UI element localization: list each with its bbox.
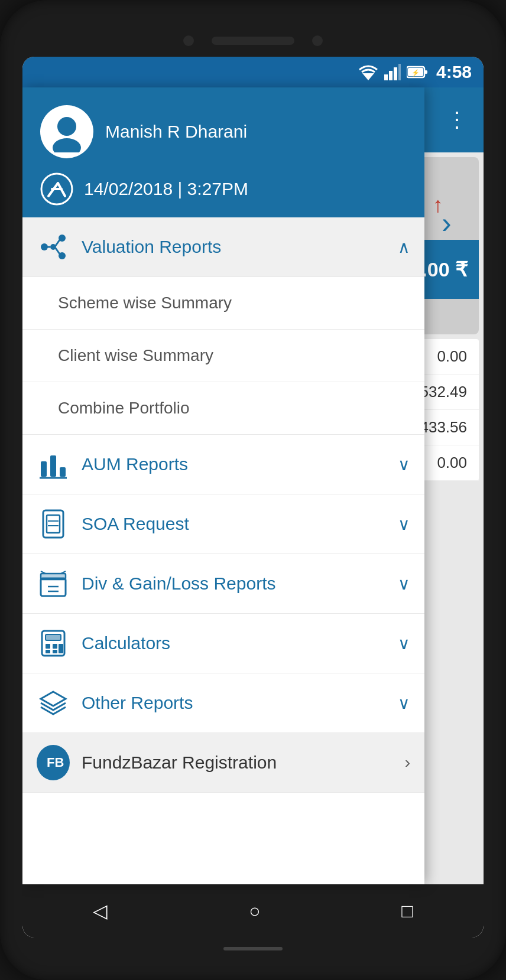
back-button[interactable]: ◁ bbox=[93, 900, 108, 922]
soa-request-item[interactable]: SOA Request ∨ bbox=[22, 494, 424, 554]
battery-icon: ⚡ bbox=[407, 65, 428, 79]
svg-point-17 bbox=[41, 243, 48, 250]
camera-dot bbox=[183, 35, 194, 46]
home-button[interactable]: ○ bbox=[249, 900, 260, 922]
datetime-icon bbox=[40, 172, 73, 206]
fundzbazar-section: FB FundzBazar Registration › bbox=[22, 733, 424, 793]
svg-rect-43 bbox=[53, 644, 57, 649]
menu-list: Valuation Reports ∧ Scheme wise Summary … bbox=[22, 217, 424, 884]
signal-icon bbox=[384, 64, 401, 80]
phone-bottom-bar bbox=[22, 947, 484, 950]
phone-top-bar bbox=[22, 35, 484, 46]
valuation-reports-item[interactable]: Valuation Reports ∧ bbox=[22, 217, 424, 276]
svg-text:FB: FB bbox=[47, 755, 64, 770]
svg-marker-0 bbox=[362, 73, 374, 80]
recent-button[interactable]: □ bbox=[401, 900, 413, 922]
fundzbazar-label: FundzBazar Registration bbox=[82, 753, 405, 773]
aum-reports-section: AUM Reports ∨ bbox=[22, 435, 424, 494]
svg-rect-47 bbox=[59, 644, 63, 653]
svg-rect-25 bbox=[50, 455, 56, 477]
status-bar: ⚡ 4:58 bbox=[22, 57, 484, 87]
document-icon bbox=[37, 507, 70, 541]
front-sensor bbox=[312, 35, 323, 46]
soa-request-chevron: ∨ bbox=[398, 515, 410, 534]
svg-rect-4 bbox=[398, 64, 401, 80]
side-drawer: Manish R Dharani 14/02/2018 | 3:27PM bbox=[22, 87, 424, 884]
soa-request-label: SOA Request bbox=[82, 514, 398, 534]
fundzbazar-chevron: › bbox=[405, 753, 410, 772]
valuation-reports-submenu: Scheme wise Summary Client wise Summary … bbox=[22, 276, 424, 434]
combine-portfolio-item[interactable]: Combine Portfolio bbox=[22, 382, 424, 434]
wifi-icon bbox=[358, 64, 378, 80]
user-avatar-icon bbox=[46, 111, 87, 152]
avatar bbox=[40, 105, 93, 158]
status-icons: ⚡ 4:58 bbox=[358, 62, 472, 82]
right-arrow-icon: › bbox=[439, 204, 468, 240]
phone-frame: ⚡ 4:58 ⋮ g CAGR .71 ↑ 907.00 ₹ bbox=[0, 0, 506, 980]
svg-marker-48 bbox=[41, 692, 66, 706]
svg-rect-2 bbox=[389, 71, 393, 80]
svg-text:⚡: ⚡ bbox=[411, 69, 420, 77]
calculators-chevron: ∨ bbox=[398, 634, 410, 653]
scheme-wise-summary-item[interactable]: Scheme wise Summary bbox=[22, 276, 424, 329]
network-icon bbox=[37, 230, 70, 263]
svg-rect-45 bbox=[46, 650, 50, 653]
user-name: Manish R Dharani bbox=[105, 122, 247, 142]
calculators-label: Calculators bbox=[82, 633, 398, 653]
bar-chart-icon bbox=[37, 448, 70, 481]
svg-rect-3 bbox=[394, 67, 397, 80]
home-indicator bbox=[223, 947, 283, 950]
svg-rect-46 bbox=[53, 650, 57, 653]
svg-line-23 bbox=[56, 248, 60, 254]
svg-rect-29 bbox=[47, 515, 60, 533]
aum-reports-chevron: ∨ bbox=[398, 455, 410, 474]
bottom-nav: ◁ ○ □ bbox=[22, 884, 484, 937]
other-reports-label: Other Reports bbox=[82, 693, 398, 713]
user-row: Manish R Dharani bbox=[40, 105, 407, 158]
main-content: ⋮ g CAGR .71 ↑ 907.00 ₹ ₹ › bbox=[22, 87, 484, 884]
svg-rect-33 bbox=[41, 574, 66, 579]
svg-point-11 bbox=[57, 117, 76, 136]
screen: ⚡ 4:58 ⋮ g CAGR .71 ↑ 907.00 ₹ bbox=[22, 57, 484, 937]
three-dots-menu[interactable]: ⋮ bbox=[446, 109, 469, 131]
svg-rect-42 bbox=[46, 644, 50, 649]
div-gain-loss-item[interactable]: Div & Gain/Loss Reports ∨ bbox=[22, 554, 424, 613]
valuation-reports-section: Valuation Reports ∧ Scheme wise Summary … bbox=[22, 217, 424, 435]
datetime-row: 14/02/2018 | 3:27PM bbox=[40, 172, 407, 206]
svg-text:›: › bbox=[442, 206, 452, 239]
svg-rect-26 bbox=[60, 467, 66, 477]
svg-rect-24 bbox=[41, 461, 47, 477]
datetime-text: 14/02/2018 | 3:27PM bbox=[84, 179, 248, 199]
aum-reports-item[interactable]: AUM Reports ∨ bbox=[22, 435, 424, 494]
other-reports-section: Other Reports ∨ bbox=[22, 673, 424, 733]
calculators-item[interactable]: Calculators ∨ bbox=[22, 614, 424, 673]
valuation-reports-label: Valuation Reports bbox=[82, 237, 398, 257]
layers-icon bbox=[37, 686, 70, 719]
archive-icon bbox=[37, 567, 70, 600]
svg-rect-1 bbox=[384, 74, 388, 80]
speaker-grille bbox=[212, 37, 294, 45]
calculator-icon bbox=[37, 627, 70, 660]
svg-point-12 bbox=[53, 138, 81, 152]
other-reports-item[interactable]: Other Reports ∨ bbox=[22, 673, 424, 732]
other-reports-chevron: ∨ bbox=[398, 694, 410, 713]
calculators-section: Calculators ∨ bbox=[22, 614, 424, 673]
client-wise-summary-item[interactable]: Client wise Summary bbox=[22, 329, 424, 382]
svg-rect-40 bbox=[46, 634, 61, 640]
aum-reports-label: AUM Reports bbox=[82, 454, 398, 474]
soa-request-section: SOA Request ∨ bbox=[22, 494, 424, 554]
div-gain-loss-label: Div & Gain/Loss Reports bbox=[82, 574, 398, 594]
svg-rect-6 bbox=[424, 70, 427, 74]
drawer-header: Manish R Dharani 14/02/2018 | 3:27PM bbox=[22, 87, 424, 217]
time-display: 4:58 bbox=[436, 62, 472, 82]
div-gain-loss-section: Div & Gain/Loss Reports ∨ bbox=[22, 554, 424, 614]
valuation-reports-chevron: ∧ bbox=[398, 237, 410, 257]
svg-line-22 bbox=[56, 240, 60, 246]
div-gain-loss-chevron: ∨ bbox=[398, 574, 410, 594]
fundzbazar-item[interactable]: FB FundzBazar Registration › bbox=[22, 733, 424, 792]
fundzbazar-icon: FB bbox=[37, 746, 70, 779]
